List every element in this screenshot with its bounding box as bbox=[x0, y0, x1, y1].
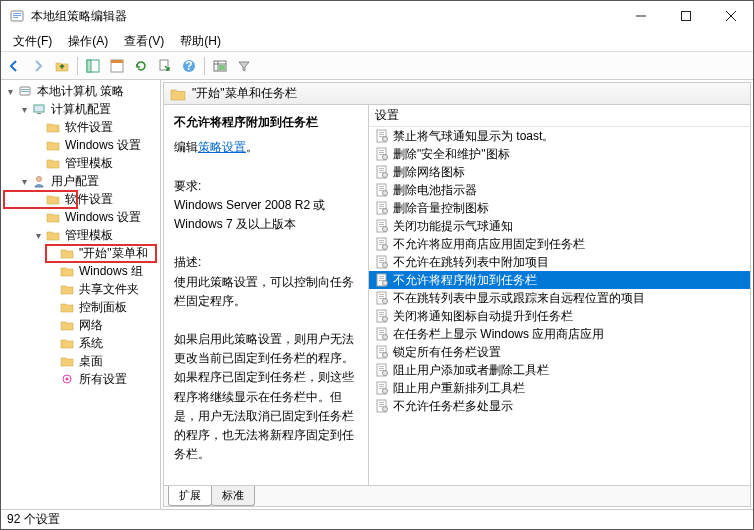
setting-item[interactable]: 阻止用户添加或者删除工具栏 bbox=[369, 361, 750, 379]
tree-start[interactable]: "开始"菜单和 bbox=[3, 244, 158, 262]
setting-item[interactable]: 关闭功能提示气球通知 bbox=[369, 217, 750, 235]
setting-label: 在任务栏上显示 Windows 应用商店应用 bbox=[393, 326, 604, 343]
svg-rect-74 bbox=[379, 314, 384, 315]
setting-item[interactable]: 不允许将程序附加到任务栏 bbox=[369, 271, 750, 289]
svg-point-66 bbox=[383, 281, 388, 286]
setting-label: 关闭将通知图标自动提升到任务栏 bbox=[393, 308, 573, 325]
setting-item[interactable]: 锁定所有任务栏设置 bbox=[369, 343, 750, 361]
svg-rect-28 bbox=[379, 150, 384, 151]
setting-item[interactable]: 删除电池指示器 bbox=[369, 181, 750, 199]
up-button[interactable] bbox=[51, 55, 73, 77]
tree-panel[interactable]: ▾本地计算机 策略▾计算机配置软件设置Windows 设置管理模板▾用户配置软件… bbox=[1, 80, 161, 509]
svg-rect-88 bbox=[379, 366, 384, 367]
expand-icon[interactable]: ▾ bbox=[17, 176, 31, 187]
tree-user-sw[interactable]: 软件设置 bbox=[3, 190, 158, 208]
setting-item[interactable]: 删除"安全和维护"图标 bbox=[369, 145, 750, 163]
tree-item-label: 计算机配置 bbox=[51, 101, 111, 118]
setting-item[interactable]: 阻止用户重新排列工具栏 bbox=[369, 379, 750, 397]
tree-system[interactable]: 系统 bbox=[3, 334, 158, 352]
setting-item[interactable]: 不允许任务栏多处显示 bbox=[369, 397, 750, 415]
svg-rect-48 bbox=[379, 222, 384, 223]
edit-link[interactable]: 策略设置 bbox=[198, 140, 246, 154]
setting-item[interactable]: 删除网络图标 bbox=[369, 163, 750, 181]
menu-help[interactable]: 帮助(H) bbox=[172, 31, 229, 52]
tree-control[interactable]: 控制面板 bbox=[3, 298, 158, 316]
refresh-button[interactable] bbox=[130, 55, 152, 77]
tree-user-adm[interactable]: ▾管理模板 bbox=[3, 226, 158, 244]
tree-user[interactable]: ▾用户配置 bbox=[3, 172, 158, 190]
svg-point-56 bbox=[383, 245, 388, 250]
tree-user-win[interactable]: Windows 设置 bbox=[3, 208, 158, 226]
tree-item-icon bbox=[31, 101, 47, 117]
setting-label: 不允许任务栏多处显示 bbox=[393, 398, 513, 415]
close-button[interactable] bbox=[708, 1, 753, 31]
tree-item-label: 用户配置 bbox=[51, 173, 99, 190]
setting-item[interactable]: 不允许在跳转列表中附加项目 bbox=[369, 253, 750, 271]
list-header[interactable]: 设置 bbox=[369, 105, 750, 127]
menu-action[interactable]: 操作(A) bbox=[60, 31, 116, 52]
svg-rect-68 bbox=[379, 294, 384, 295]
filter-button[interactable] bbox=[233, 55, 255, 77]
svg-rect-1 bbox=[13, 13, 21, 14]
maximize-button[interactable] bbox=[663, 1, 708, 31]
tree-desktop[interactable]: 桌面 bbox=[3, 352, 158, 370]
svg-point-31 bbox=[383, 155, 388, 160]
tree-item-icon bbox=[45, 119, 61, 135]
tree-network[interactable]: 网络 bbox=[3, 316, 158, 334]
minimize-button[interactable] bbox=[618, 1, 663, 31]
req-text: Windows Server 2008 R2 或 Windows 7 及以上版本 bbox=[174, 196, 358, 234]
svg-rect-29 bbox=[379, 152, 384, 153]
tabs: 扩展 标准 bbox=[164, 485, 750, 506]
tree-comp-sw[interactable]: 软件设置 bbox=[3, 118, 158, 136]
setting-item[interactable]: 删除音量控制图标 bbox=[369, 199, 750, 217]
svg-text:?: ? bbox=[185, 59, 192, 73]
menu-file[interactable]: 文件(F) bbox=[5, 31, 60, 52]
tab-standard[interactable]: 标准 bbox=[211, 486, 255, 506]
setting-label: 不在跳转列表中显示或跟踪来自远程位置的项目 bbox=[393, 290, 645, 307]
tree-item-icon bbox=[59, 335, 75, 351]
tree-all-settings[interactable]: 所有设置 bbox=[3, 370, 158, 388]
tree-comp-win[interactable]: Windows 设置 bbox=[3, 136, 158, 154]
svg-rect-59 bbox=[379, 260, 384, 261]
show-hide-button[interactable] bbox=[82, 55, 104, 77]
svg-rect-58 bbox=[379, 258, 384, 259]
help-button[interactable]: ? bbox=[178, 55, 200, 77]
export-button[interactable] bbox=[154, 55, 176, 77]
tree-item-label: 系统 bbox=[79, 335, 103, 352]
setting-item[interactable]: 不在跳转列表中显示或跟踪来自远程位置的项目 bbox=[369, 289, 750, 307]
policy-icon bbox=[375, 291, 389, 305]
svg-point-21 bbox=[66, 378, 69, 381]
desc-label: 描述: bbox=[174, 253, 358, 272]
back-button[interactable] bbox=[3, 55, 25, 77]
settings-list[interactable]: 禁止将气球通知显示为 toast。删除"安全和维护"图标删除网络图标删除电池指示… bbox=[369, 127, 750, 485]
tree-item-icon bbox=[45, 191, 61, 207]
setting-item[interactable]: 禁止将气球通知显示为 toast。 bbox=[369, 127, 750, 145]
svg-rect-94 bbox=[379, 386, 384, 387]
titlebar: 本地组策略编辑器 bbox=[1, 1, 753, 31]
setting-label: 删除"安全和维护"图标 bbox=[393, 146, 510, 163]
tree-computer[interactable]: ▾计算机配置 bbox=[3, 100, 158, 118]
tree-comp-adm[interactable]: 管理模板 bbox=[3, 154, 158, 172]
expand-icon[interactable]: ▾ bbox=[3, 86, 17, 97]
tree-root[interactable]: ▾本地计算机 策略 bbox=[3, 82, 158, 100]
policy-icon bbox=[375, 201, 389, 215]
svg-rect-43 bbox=[379, 204, 384, 205]
tree-item-icon bbox=[45, 137, 61, 153]
menu-view[interactable]: 查看(V) bbox=[116, 31, 172, 52]
policy-icon bbox=[375, 183, 389, 197]
properties-button[interactable] bbox=[106, 55, 128, 77]
view-button[interactable] bbox=[209, 55, 231, 77]
tab-extended[interactable]: 扩展 bbox=[168, 486, 212, 506]
tree-item-icon bbox=[31, 173, 47, 189]
forward-button[interactable] bbox=[27, 55, 49, 77]
description-pane: 不允许将程序附加到任务栏 编辑策略设置。 要求: Windows Server … bbox=[164, 105, 369, 485]
setting-item[interactable]: 在任务栏上显示 Windows 应用商店应用 bbox=[369, 325, 750, 343]
expand-icon[interactable]: ▾ bbox=[17, 104, 31, 115]
tree-wincomp[interactable]: Windows 组 bbox=[3, 262, 158, 280]
tree-item-label: 软件设置 bbox=[65, 119, 113, 136]
main-area: ▾本地计算机 策略▾计算机配置软件设置Windows 设置管理模板▾用户配置软件… bbox=[1, 80, 753, 509]
tree-shared[interactable]: 共享文件夹 bbox=[3, 280, 158, 298]
setting-item[interactable]: 不允许将应用商店应用固定到任务栏 bbox=[369, 235, 750, 253]
setting-item[interactable]: 关闭将通知图标自动提升到任务栏 bbox=[369, 307, 750, 325]
expand-icon[interactable]: ▾ bbox=[31, 230, 45, 241]
